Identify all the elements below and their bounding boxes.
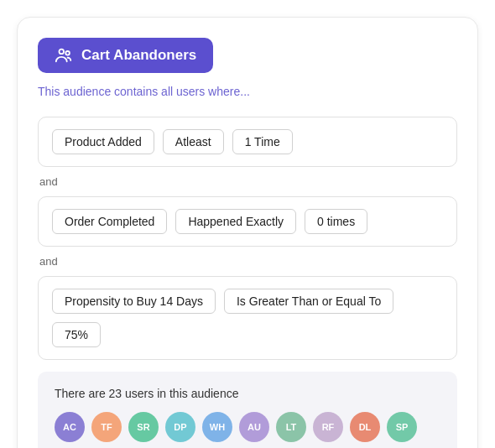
tag-order-completed[interactable]: Order Completed [52, 209, 167, 234]
avatar: RF [313, 412, 343, 442]
tag-happened-exactly[interactable]: Happened Exactly [175, 209, 296, 234]
condition-block-1: Product Added Atleast 1 Time [38, 117, 457, 167]
condition-block-3: Propensity to Buy 14 Days Is Greater Tha… [38, 276, 457, 360]
avatar: DP [165, 412, 195, 442]
avatar: AC [55, 412, 85, 442]
result-box: There are 23 users in this audience ACTF… [38, 372, 457, 448]
result-text: There are 23 users in this audience [55, 387, 440, 400]
tag-greater-equal[interactable]: Is Greater Than or Equal To [224, 289, 393, 314]
svg-point-0 [60, 49, 65, 54]
and-label-1: and [39, 175, 457, 188]
cart-abandoners-button[interactable]: Cart Abandoners [38, 38, 213, 73]
svg-point-1 [65, 51, 70, 55]
tag-propensity[interactable]: Propensity to Buy 14 Days [52, 289, 216, 314]
avatar: AU [239, 412, 269, 442]
header-button-label: Cart Abandoners [81, 47, 196, 64]
tag-75-percent[interactable]: 75% [52, 322, 101, 347]
users-icon [55, 46, 73, 65]
avatar: SP [387, 412, 417, 442]
tag-1-time[interactable]: 1 Time [232, 129, 293, 154]
condition-block-2: Order Completed Happened Exactly 0 times [38, 196, 457, 247]
avatar: LT [276, 412, 306, 442]
subtitle: This audience contains all users where..… [38, 85, 457, 98]
tag-0-times[interactable]: 0 times [305, 209, 367, 234]
avatar: DL [350, 412, 380, 442]
avatar: WH [202, 412, 232, 442]
main-card: Cart Abandoners This audience contains a… [17, 17, 478, 448]
avatars-container: ACTFSRDPWHAULTRFDLSPKOCJ [55, 412, 440, 448]
avatar: TF [91, 412, 122, 442]
tag-atleast[interactable]: Atleast [163, 129, 224, 154]
tag-product-added[interactable]: Product Added [52, 129, 154, 154]
avatar: SR [128, 412, 159, 442]
and-label-2: and [39, 255, 457, 268]
